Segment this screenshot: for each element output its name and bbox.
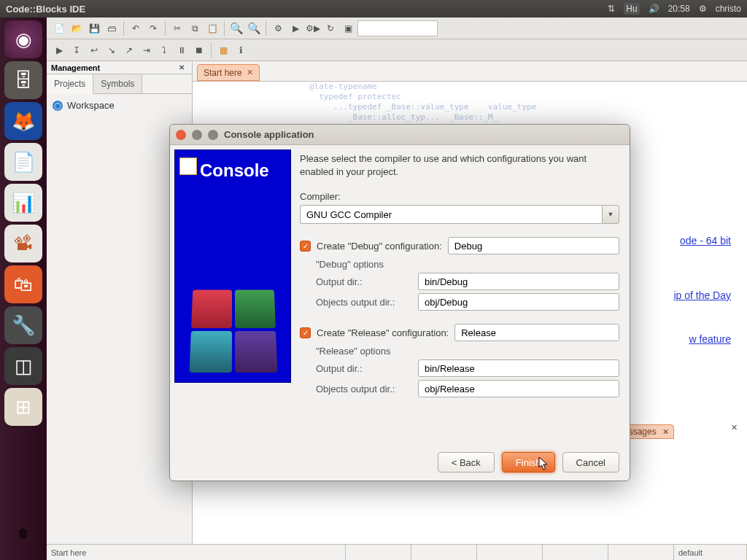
debug-run-icon[interactable]: ▶ (51, 42, 67, 58)
status-cell-4 (543, 545, 608, 560)
dialog-banner: Console (174, 149, 291, 383)
link-1[interactable]: ode - 64 bit (680, 235, 731, 246)
compiler-label: Compiler: (300, 191, 619, 202)
step-into-icon[interactable]: ↘ (104, 42, 120, 58)
release-out-input[interactable] (418, 359, 619, 377)
debug-checkbox[interactable]: ✓ (300, 241, 311, 252)
gear-icon[interactable]: ⚙ (699, 4, 707, 14)
next-instr-icon[interactable]: ⇥ (139, 42, 155, 58)
dialog-titlebar[interactable]: Console application (170, 125, 630, 145)
status-cell-2 (411, 545, 477, 560)
copy-icon[interactable]: ⧉ (187, 20, 203, 36)
keyboard-indicator[interactable]: Hu (624, 3, 639, 15)
sound-icon[interactable]: 🔊 (649, 4, 659, 14)
close-log-tab-icon[interactable]: ✕ (662, 427, 669, 437)
break-icon[interactable]: ⏸ (174, 42, 190, 58)
next-line-icon[interactable]: ↩ (86, 42, 102, 58)
link-3[interactable]: w feature (689, 333, 731, 345)
close-management-icon[interactable]: ✕ (179, 63, 187, 72)
system-settings-icon[interactable]: 🔧 (4, 306, 42, 344)
open-icon[interactable]: 📂 (69, 20, 85, 36)
replace-icon[interactable]: 🔍 (246, 20, 262, 36)
debug-name-input[interactable] (448, 237, 619, 254)
status-left: Start here (47, 545, 346, 560)
management-title: Management (51, 63, 100, 72)
debug-obj-input[interactable] (418, 293, 619, 311)
run-to-cursor-icon[interactable]: ↧ (69, 42, 85, 58)
writer-icon[interactable]: 📄 (4, 143, 42, 181)
network-icon[interactable]: ⇅ (608, 4, 615, 14)
redo-icon[interactable]: ↷ (145, 20, 161, 36)
info-icon[interactable]: ℹ (233, 42, 249, 58)
files-icon[interactable]: 🗄 (4, 61, 42, 99)
release-check-label: Create "Release" configuration: (317, 327, 449, 338)
debug-obj-label: Objects output dir.: (316, 297, 411, 308)
find-icon[interactable]: 🔍 (228, 20, 244, 36)
tree-workspace[interactable]: ◯ Workspace (53, 100, 186, 111)
close-log-icon[interactable]: ✕ (731, 423, 741, 433)
compiler-combo[interactable]: ▼ (300, 205, 619, 224)
console-banner-icon (179, 158, 197, 175)
status-cell-1 (346, 545, 411, 560)
toolbar-main: 📄 📂 💾 🗃 ↶ ↷ ✂ ⧉ 📋 🔍 🔍 ⚙ ▶ ⚙▶ ↻ ▣ (47, 18, 747, 39)
abort-icon[interactable]: ▣ (340, 20, 356, 36)
background-code: @late-typename typedef protectec ...type… (309, 82, 536, 122)
rebuild-icon[interactable]: ↻ (322, 20, 338, 36)
target-dropdown[interactable] (357, 20, 438, 36)
close-tab-icon[interactable]: ✕ (247, 68, 253, 77)
compiler-input[interactable] (300, 205, 602, 224)
debug-out-input[interactable] (418, 273, 619, 290)
debug-check-label: Create "Debug" configuration: (317, 241, 442, 252)
wizard-dialog: Console application Console Please selec… (169, 124, 630, 481)
release-out-label: Output dir.: (316, 363, 411, 374)
paste-icon[interactable]: 📋 (204, 20, 220, 36)
status-bar: Start here default (47, 544, 747, 560)
back-button[interactable]: < Back (438, 452, 495, 472)
status-cell-3 (477, 545, 543, 560)
cancel-button[interactable]: Cancel (562, 452, 619, 472)
link-2[interactable]: ip of the Day (673, 289, 731, 301)
release-opts-title: "Release" options (316, 346, 619, 357)
run-icon[interactable]: ▶ (287, 20, 303, 36)
impress-icon[interactable]: 📽 (4, 225, 42, 262)
debug-out-label: Output dir.: (316, 276, 411, 287)
new-file-icon[interactable]: 📄 (51, 20, 67, 36)
user-menu[interactable]: christo (716, 4, 741, 14)
dialog-close-icon[interactable] (176, 130, 186, 140)
software-center-icon[interactable]: 🛍 (4, 265, 42, 303)
editor-tab-start[interactable]: Start here ✕ (197, 64, 260, 81)
dash-icon[interactable]: ◉ (4, 20, 42, 58)
build-run-icon[interactable]: ⚙▶ (305, 20, 321, 36)
step-out-icon[interactable]: ↗ (121, 42, 137, 58)
calc-icon[interactable]: 📊 (4, 184, 42, 222)
release-checkbox[interactable]: ✓ (300, 327, 311, 338)
tab-projects[interactable]: Projects (47, 74, 93, 94)
release-obj-input[interactable] (418, 380, 619, 397)
dialog-maximize-icon[interactable] (208, 130, 218, 140)
cubes-graphic (190, 289, 278, 373)
clock[interactable]: 20:58 (668, 4, 690, 14)
step-instr-icon[interactable]: ⤵ (156, 42, 172, 58)
dialog-title: Console application (224, 129, 314, 140)
chevron-down-icon[interactable]: ▼ (602, 205, 619, 224)
dialog-minimize-icon[interactable] (192, 130, 202, 140)
finish-button[interactable]: Finish (502, 452, 555, 472)
save-all-icon[interactable]: 🗃 (104, 20, 120, 36)
workspace-label: Workspace (67, 100, 115, 111)
firefox-icon[interactable]: 🦊 (4, 102, 42, 140)
stop-icon[interactable]: ⏹ (191, 42, 207, 58)
tab-symbols[interactable]: Symbols (93, 74, 142, 93)
workspace-switcher-icon[interactable]: ⊞ (4, 388, 42, 426)
trash-icon[interactable]: 🗑 (4, 515, 42, 553)
unity-launcher: ◉ 🗄 🦊 📄 📊 📽 🛍 🔧 ◫ ⊞ 🗑 (0, 18, 47, 560)
cut-icon[interactable]: ✂ (169, 20, 185, 36)
save-icon[interactable]: 💾 (86, 20, 102, 36)
release-name-input[interactable] (454, 324, 619, 341)
build-icon[interactable]: ⚙ (270, 20, 286, 36)
system-menubar: Code::Blocks IDE ⇅ Hu 🔊 20:58 ⚙ christo (0, 0, 747, 18)
editor-tab-label: Start here (204, 68, 242, 78)
codeblocks-icon[interactable]: ◫ (4, 347, 42, 385)
debug-windows-icon[interactable]: ▦ (215, 42, 231, 58)
undo-icon[interactable]: ↶ (128, 20, 144, 36)
workspace-icon: ◯ (53, 101, 63, 111)
